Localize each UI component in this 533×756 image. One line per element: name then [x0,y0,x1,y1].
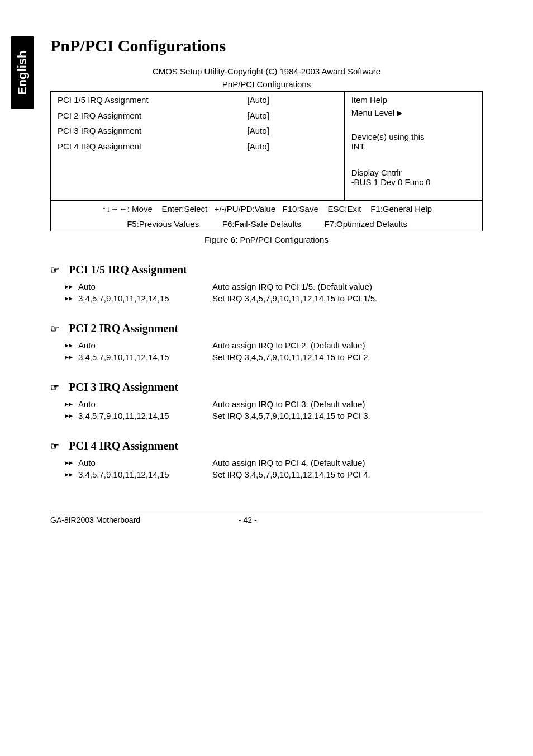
option-row: ▸▸ Auto Auto assign IRQ to PCI 3. (Defau… [65,399,483,409]
help-menu-level: Menu Level [351,108,477,117]
footer-page-number: - 42 - [239,516,294,525]
language-tab: English [11,36,34,109]
bios-help-panel: Item Help Menu Level Device(s) using thi… [344,92,482,201]
option-row: ▸▸ Auto Auto assign IRQ to PCI 4. (Defau… [65,458,483,467]
bullet-icon: ▸▸ [65,294,78,303]
option-row: ▸▸ 3,4,5,7,9,10,11,12,14,15 Set IRQ 3,4,… [65,411,483,420]
footer-board: GA-8IR2003 Motherboard [50,516,239,525]
page-footer: GA-8IR2003 Motherboard - 42 - [50,513,483,525]
page-title: PnP/PCI Configurations [50,36,483,55]
option-desc: Auto assign IRQ to PCI 2. (Default value… [212,341,483,350]
bios-row-value: [Auto] [241,138,345,154]
section-heading: ☞ PCI 2 IRQ Assignment [50,322,483,335]
hand-icon: ☞ [50,264,66,276]
help-display-line2: -BUS 1 Dev 0 Func 0 [351,177,477,187]
option-desc: Auto assign IRQ to PCI 4. (Default value… [212,458,483,467]
option-label: Auto [78,341,212,350]
help-display-line1: Display Cntrlr [351,168,477,177]
hand-icon: ☞ [50,440,66,452]
section-heading: ☞ PCI 4 IRQ Assignment [50,440,483,452]
option-label: 3,4,5,7,9,10,11,12,14,15 [78,470,212,479]
option-desc: Auto assign IRQ to PCI 1/5. (Default val… [212,282,483,291]
bios-footer-1: ↑↓→←: Move Enter:Select +/-/PU/PD:Value … [51,201,483,216]
bios-table: PCI 1/5 IRQ Assignment [Auto] Item Help … [50,91,483,231]
bullet-icon: ▸▸ [65,282,78,291]
bios-row-label: PCI 1/5 IRQ Assignment [51,92,241,107]
bullet-icon: ▸▸ [65,352,78,362]
bios-subtitle: PnP/PCI Configurations [50,79,483,89]
option-label: Auto [78,399,212,409]
option-desc: Set IRQ 3,4,5,7,9,10,11,12,14,15 to PCI … [212,294,483,303]
bios-row-value: [Auto] [241,122,345,138]
bullet-icon: ▸▸ [65,470,78,479]
triangle-right-icon [397,111,402,116]
option-desc: Set IRQ 3,4,5,7,9,10,11,12,14,15 to PCI … [212,411,483,420]
hand-icon: ☞ [50,323,66,335]
hand-icon: ☞ [50,381,66,394]
option-row: ▸▸ Auto Auto assign IRQ to PCI 1/5. (Def… [65,282,483,291]
option-label: 3,4,5,7,9,10,11,12,14,15 [78,294,212,303]
bullet-icon: ▸▸ [65,399,78,409]
option-row: ▸▸ 3,4,5,7,9,10,11,12,14,15 Set IRQ 3,4,… [65,470,483,479]
bullet-icon: ▸▸ [65,411,78,420]
bullet-icon: ▸▸ [65,341,78,350]
help-device-line2: INT: [351,141,477,151]
section-heading: ☞ PCI 1/5 IRQ Assignment [50,263,483,276]
option-label: Auto [78,458,212,467]
bios-footer-2: F5:Previous Values F6:Fail-Safe Defaults… [51,216,483,231]
option-row: ▸▸ Auto Auto assign IRQ to PCI 2. (Defau… [65,341,483,350]
option-desc: Set IRQ 3,4,5,7,9,10,11,12,14,15 to PCI … [212,352,483,362]
help-title: Item Help [351,95,477,105]
svg-marker-0 [397,111,402,116]
figure-caption: Figure 6: PnP/PCI Configurations [50,235,483,244]
option-label: 3,4,5,7,9,10,11,12,14,15 [78,352,212,362]
bios-row-label: PCI 2 IRQ Assignment [51,107,241,123]
option-label: 3,4,5,7,9,10,11,12,14,15 [78,411,212,420]
option-desc: Auto assign IRQ to PCI 3. (Default value… [212,399,483,409]
section-heading: ☞ PCI 3 IRQ Assignment [50,381,483,394]
option-row: ▸▸ 3,4,5,7,9,10,11,12,14,15 Set IRQ 3,4,… [65,352,483,362]
option-row: ▸▸ 3,4,5,7,9,10,11,12,14,15 Set IRQ 3,4,… [65,294,483,303]
bios-row-label: PCI 3 IRQ Assignment [51,122,241,138]
help-device-line1: Device(s) using this [351,132,477,141]
option-label: Auto [78,282,212,291]
bios-copyright: CMOS Setup Utility-Copyright (C) 1984-20… [50,67,483,76]
bullet-icon: ▸▸ [65,458,78,467]
bios-row-value: [Auto] [241,92,345,107]
bios-row-label: PCI 4 IRQ Assignment [51,138,241,154]
option-desc: Set IRQ 3,4,5,7,9,10,11,12,14,15 to PCI … [212,470,483,479]
bios-row-value: [Auto] [241,107,345,123]
